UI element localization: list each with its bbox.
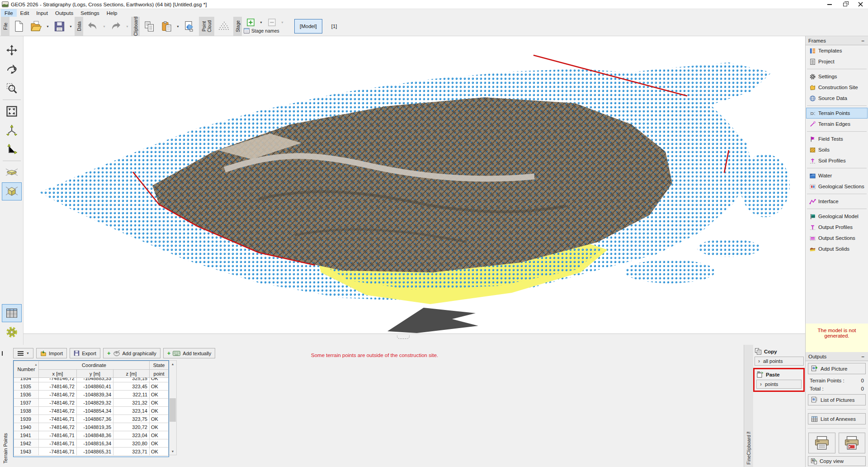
zoom-fit-button[interactable] — [2, 102, 22, 120]
redo-button[interactable] — [107, 17, 124, 36]
column-header-state[interactable]: State — [150, 361, 169, 370]
table-row[interactable]: 1938 -748146,72 -1048854,34 323,14 OK — [14, 407, 169, 415]
menu-help[interactable]: Help — [103, 9, 121, 17]
column-header-number[interactable]: Number ▲ — [14, 361, 39, 378]
export-button[interactable]: Export — [70, 348, 100, 358]
copy-all-points-button[interactable]: › all points — [755, 357, 804, 366]
stage-names-toggle[interactable]: Stage names — [244, 27, 285, 35]
list-of-pictures-button[interactable]: B List of Pictures — [808, 394, 866, 405]
frames-separator — [807, 105, 867, 106]
frames-item-output-sections[interactable]: Output Sections — [806, 233, 868, 243]
add-stage-dropdown[interactable]: ▼ — [258, 21, 264, 24]
open-file-button[interactable] — [28, 17, 45, 36]
frames-item-output-solids[interactable]: Output Solids — [806, 243, 868, 254]
save-dropdown[interactable]: ▼ — [68, 17, 74, 36]
add-picture-button[interactable]: B Add Picture — [808, 363, 866, 374]
frames-item-geological-sections[interactable]: Geological Sections — [806, 181, 868, 192]
axonometry-view-button[interactable] — [2, 182, 22, 200]
table-row[interactable]: 1935 -748146,72 -1048860,41 323,45 OK — [14, 382, 169, 391]
undo-dropdown[interactable]: ▼ — [101, 17, 107, 36]
frames-item-output-profiles[interactable]: Output Profiles — [806, 222, 868, 233]
paste-special-button[interactable] — [181, 17, 198, 36]
frames-item-soils[interactable]: Soils — [806, 144, 868, 155]
menu-bar: File Edit Input Outputs Settings Help — [0, 9, 868, 17]
axes-2d-button[interactable] — [2, 140, 22, 158]
paste-points-button[interactable]: › points — [756, 380, 802, 389]
column-header-x[interactable]: x [m] — [39, 370, 77, 378]
table-row[interactable]: 1939 -748146,71 -1048867,36 323,75 OK — [14, 415, 169, 423]
column-header-z[interactable]: z [m] — [113, 370, 150, 378]
table-view-button[interactable] — [2, 304, 22, 322]
rotate-button[interactable] — [2, 60, 22, 78]
scroll-down-icon[interactable]: ▼ — [171, 448, 175, 455]
column-header-point[interactable]: point — [150, 370, 169, 378]
add-stage-button[interactable] — [244, 19, 257, 26]
frames-item-construction-site[interactable]: Construction Site — [806, 82, 868, 93]
table-row[interactable]: 1943 -748146,71 -1048865,31 323,71 OK — [14, 448, 169, 456]
print-selection-button[interactable] — [839, 433, 866, 453]
add-textually-button[interactable]: + Add textually — [163, 348, 216, 358]
menu-input[interactable]: Input — [33, 9, 52, 17]
frames-item-terrain-points[interactable]: Terrain Points — [806, 108, 868, 119]
table-row[interactable]: 1934 -748146,72 -1048883,33 325,15 OK — [14, 378, 169, 382]
copy-button[interactable] — [141, 17, 158, 36]
undo-button[interactable] — [84, 17, 101, 36]
minimize-button[interactable] — [822, 0, 837, 9]
horizontal-splitter[interactable] — [24, 334, 805, 345]
panel-grip[interactable] — [2, 351, 3, 356]
frames-item-geological-model[interactable]: Geological Model — [806, 211, 868, 222]
print-button[interactable] — [808, 433, 835, 453]
open-dropdown[interactable]: ▼ — [45, 17, 51, 36]
frames-item-soil-profiles[interactable]: Soil Profiles — [806, 155, 868, 166]
zoom-window-button[interactable] — [2, 79, 22, 97]
menu-file[interactable]: File — [1, 9, 17, 17]
save-button[interactable] — [51, 17, 68, 36]
menu-settings[interactable]: Settings — [77, 9, 103, 17]
view-settings-button[interactable] — [2, 323, 22, 341]
stage-1-tab[interactable]: [1] — [331, 24, 337, 29]
point-cloud-button[interactable] — [215, 17, 232, 36]
frames-item-source-data[interactable]: Source Data — [806, 93, 868, 104]
restore-button[interactable] — [837, 0, 853, 9]
column-header-y[interactable]: y [m] — [77, 370, 113, 378]
splitter-collapse-handle[interactable] — [397, 335, 410, 339]
scrollbar-track[interactable] — [169, 367, 176, 448]
table-row[interactable]: 1936 -748146,72 -1048839,34 322,11 OK — [14, 391, 169, 399]
pan-button[interactable] — [2, 41, 22, 59]
add-graphically-button[interactable]: + Add graphically — [103, 348, 160, 358]
scroll-up-icon[interactable]: ▲ — [171, 361, 175, 367]
copy-view-button[interactable]: B Copy view — [808, 456, 866, 466]
remove-stage-dropdown[interactable]: ▼ — [279, 21, 285, 24]
menu-outputs[interactable]: Outputs — [52, 9, 77, 17]
panel-minimize-icon[interactable]: – — [862, 354, 865, 359]
scrollbar-thumb[interactable] — [170, 398, 176, 422]
new-file-button[interactable] — [10, 17, 28, 36]
close-button[interactable] — [853, 0, 868, 9]
redo-dropdown[interactable]: ▼ — [124, 17, 130, 36]
frames-item-templates[interactable]: Templates — [806, 45, 868, 56]
table-scrollbar[interactable]: ▲ ▼ — [169, 360, 177, 455]
paste-button[interactable] — [158, 17, 175, 36]
import-button[interactable]: Import — [36, 348, 67, 358]
table-row[interactable]: 1942 -748146,71 -1048816,34 320,80 OK — [14, 439, 169, 448]
table-row[interactable]: 1940 -748146,72 -1048819,35 320,72 OK — [14, 423, 169, 431]
frames-item-interface[interactable]: Interface — [806, 196, 868, 207]
frames-item-settings[interactable]: Settings — [806, 71, 868, 82]
frames-item-project[interactable]: Project — [806, 56, 868, 67]
frames-item-water[interactable]: Water — [806, 170, 868, 181]
frames-item-field-tests[interactable]: Field Tests — [806, 133, 868, 144]
axes-3d-button[interactable] — [2, 121, 22, 139]
table-row[interactable]: 1941 -748146,71 -1048848,36 323,04 OK — [14, 431, 169, 439]
model-tab[interactable]: [Model] — [294, 19, 322, 33]
terrain-3d-viewport[interactable] — [24, 36, 805, 334]
remove-stage-button[interactable] — [265, 19, 278, 26]
perspective-view-button[interactable] — [2, 163, 22, 181]
table-row[interactable]: 1937 -748146,72 -1048829,32 321,32 OK — [14, 399, 169, 407]
list-options-button[interactable]: ▼ — [13, 348, 33, 358]
menu-edit[interactable]: Edit — [17, 9, 33, 17]
column-header-coordinate[interactable]: Coordinate — [39, 361, 150, 370]
frames-item-terrain-edges[interactable]: Terrain Edges — [806, 119, 868, 129]
list-of-annexes-button[interactable]: List of Annexes — [808, 413, 866, 424]
panel-minimize-icon[interactable]: – — [862, 38, 865, 43]
paste-dropdown[interactable]: ▼ — [175, 17, 181, 36]
